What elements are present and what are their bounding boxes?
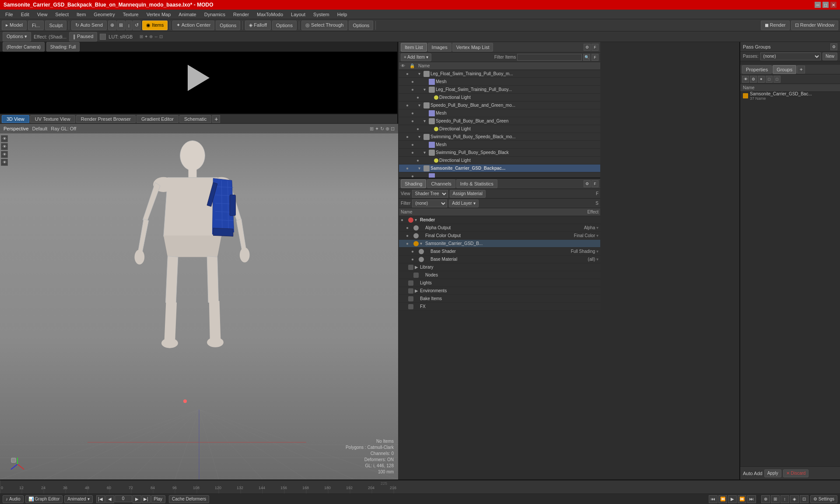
tree-item-3[interactable]: ● ▾ Leg_Float_Swim_Training_Pull_Buoy... [399,86,600,94]
vis-samsonite[interactable]: ● [406,241,412,246]
vis-eye-12[interactable]: ● [416,158,423,163]
tree-item-9[interactable]: ● ▾ Swimming_Pull_Buoy_Speedo_Black_mo..… [399,133,600,141]
tab-gradient[interactable]: Gradient Editor [136,115,178,123]
menu-render[interactable]: Render [230,11,252,18]
tree-item-4[interactable]: ● Directional Light [399,94,600,102]
tree-item-11[interactable]: ● ▾ Swimming_Pull_Buoy_Speedo_Black [399,149,600,157]
extra-btn-5[interactable]: ⊡ [800,495,808,503]
menu-view[interactable]: View [34,11,51,18]
vis-alpha[interactable]: ● [406,225,412,230]
menu-layout[interactable]: Layout [287,11,309,18]
next-frame-button[interactable]: ▶| [142,495,150,503]
paused-button[interactable]: ‖ Paused [69,32,97,42]
tree-item-5[interactable]: ● ▾ Speedo_Pull_Buoy_Blue_and_Green_mo..… [399,102,600,109]
vis-render[interactable]: ● [401,217,407,222]
tree-item-1[interactable]: ● ▾ Leg_Float_Swim_Training_Pull_Buoy_m.… [399,70,600,78]
vis-eye-8[interactable]: ● [416,126,423,131]
select-through-button[interactable]: ◎ Select Through [301,21,347,30]
vis-eye-7[interactable]: ● [411,119,417,123]
transform-btn-4[interactable]: ↺ [133,21,141,30]
tree-item-7[interactable]: ● ▾ Speedo_Pull_Buoy_Blue_and_Green [399,117,600,125]
menu-item[interactable]: Item [73,11,89,18]
add-item-button[interactable]: + Add Item ▾ [401,53,431,61]
shader-item-base-shader[interactable]: ● Base Shader Full Shading ▾ [399,248,600,256]
maximize-button[interactable]: □ [822,2,829,8]
prev-frame-button[interactable]: ◀ [105,495,114,503]
menu-texture[interactable]: Texture [119,11,142,18]
groups-icon-5[interactable]: □ [774,76,780,83]
options-dropdown[interactable]: Options ▾ [3,32,31,42]
vis-eye-9[interactable]: ● [406,134,412,139]
filter-search-icon[interactable]: 🔍 [583,54,590,61]
vis-icon-3[interactable]: 👁 [1,151,8,158]
vis-eye-6[interactable]: ● [411,111,417,116]
vis-icon-4[interactable]: 👁 [1,159,8,166]
add-group-button[interactable]: + [797,66,805,74]
shader-item-render[interactable]: ● ▾ Render [399,216,600,224]
transform-btn-1[interactable]: ⊕ [108,21,116,30]
vis-icon-2[interactable]: 👁 [1,143,8,150]
skip-back-button[interactable]: |◀ [96,495,105,503]
filter-items-input[interactable] [517,54,582,61]
menu-vertex-map[interactable]: Vertex Map [143,11,175,18]
tree-item-2[interactable]: ● Mesh [399,78,600,86]
play-button[interactable] [186,65,212,91]
groups-icon-4[interactable]: □ [766,76,773,83]
menu-geometry[interactable]: Geometry [90,11,118,18]
vis-base-material[interactable]: ● [411,257,417,262]
assign-material-button[interactable]: Assign Material [450,190,486,198]
viewport-3d[interactable]: Perspective Default Ray GL: Off ⊞ ✦ ↻ ⊕ … [0,124,398,480]
tab-shading[interactable]: Shading [401,179,426,188]
tree-item-6[interactable]: ● Mesh [399,109,600,117]
media-back-btn[interactable]: ⏮ [709,495,718,503]
extra-btn-2[interactable]: ⊞ [771,495,780,503]
tab-channels[interactable]: Channels [427,179,455,188]
frame-input[interactable] [115,495,132,502]
vis-eye-14[interactable]: ● [411,174,417,178]
menu-file[interactable]: File [2,11,17,18]
tab-groups[interactable]: Groups [773,65,796,74]
shader-settings-icon[interactable]: ⚙ [584,180,591,187]
media-end-btn[interactable]: ⏭ [747,495,756,503]
action-center-button[interactable]: ✦ Action Center [172,21,214,30]
menu-help[interactable]: Help [334,11,351,18]
options2-button[interactable]: Options [272,21,297,30]
panel-settings-icon[interactable]: ⚙ [584,44,591,51]
graph-editor-button[interactable]: 📊 Graph Editor [25,495,63,503]
tab-uv-texture[interactable]: UV Texture View [30,115,75,123]
media-play-btn[interactable]: ▶ [728,495,737,503]
tree-item-14[interactable]: ● [399,172,600,178]
falloff-button[interactable]: ◈ Falloff [245,21,271,30]
transform-btn-3[interactable]: ↕ [126,21,133,30]
vis-eye-4[interactable]: ● [416,95,423,100]
sculpt-button[interactable]: Sculpt [45,21,66,30]
shader-item-final-color[interactable]: ● Final Color Output Final Color ▾ [399,232,600,240]
tab-info-statistics[interactable]: Info & Statistics [456,179,497,188]
extra-btn-1[interactable]: ⊕ [761,495,770,503]
menu-edit[interactable]: Edit [18,11,33,18]
transform-btn-2[interactable]: ⊞ [117,21,125,30]
shader-item-library[interactable]: ▶ Library [399,263,600,271]
media-prev-btn[interactable]: ⏪ [718,495,727,503]
tab-3d-view[interactable]: 3D View [2,115,29,123]
render-button[interactable]: ◼ Render [761,21,790,30]
paused-icon[interactable] [100,34,106,40]
menu-system[interactable]: System [310,11,333,18]
apply-button[interactable]: Apply [764,469,781,477]
close-button[interactable]: ✕ [830,2,836,8]
vis-eye-11[interactable]: ● [411,150,417,155]
shader-item-samsonite[interactable]: ● ▾ Samsonite_Carrier_GSD_B... [399,240,600,248]
tree-item-8[interactable]: ● Directional Light [399,125,600,133]
new-pass-button[interactable]: New [822,52,837,60]
tree-item-12[interactable]: ● Directional Light [399,157,600,164]
filter-select[interactable]: (none) [412,200,447,207]
vis-eye-13[interactable]: ● [406,166,412,171]
settings-button[interactable]: ⚙ Settings [810,495,837,503]
minimize-button[interactable]: ─ [815,2,821,8]
passes-dropdown[interactable]: (none) [760,52,821,60]
tab-properties[interactable]: Properties [742,65,772,74]
vis-eye-1[interactable]: ● [406,71,412,76]
menu-select[interactable]: Select [52,11,72,18]
extra-btn-3[interactable]: ↕ [780,495,789,503]
groups-icon-3[interactable]: ✦ [758,76,765,83]
